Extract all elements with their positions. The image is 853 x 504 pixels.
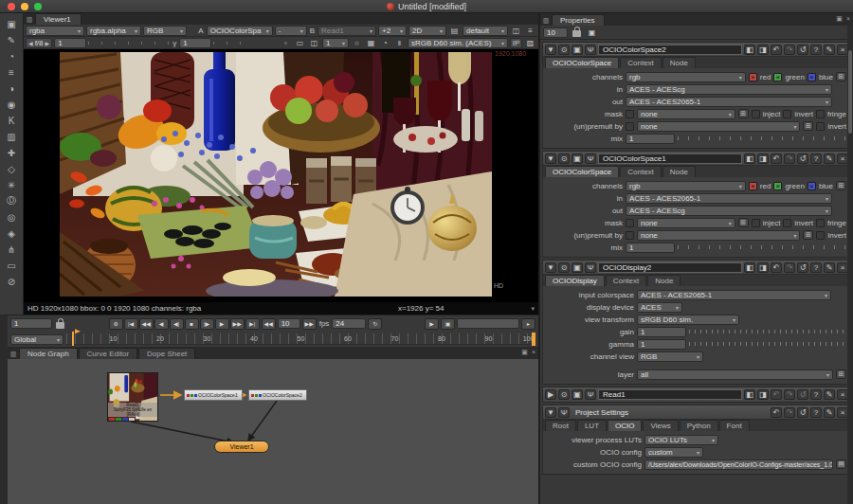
undo-icon[interactable]: ↶: [771, 45, 782, 55]
help-icon[interactable]: ?: [810, 153, 822, 164]
mask-select[interactable]: none: [637, 218, 735, 228]
revert-icon[interactable]: ↺: [797, 407, 808, 418]
inject-checkbox[interactable]: [752, 110, 760, 118]
b-buffer-select[interactable]: Read1: [318, 26, 376, 36]
other-icon[interactable]: ▭: [3, 258, 21, 273]
gamma-slider[interactable]: [689, 340, 846, 348]
goto-end-icon[interactable]: ▶|: [245, 318, 260, 330]
node-viewer1[interactable]: Viewer1: [214, 441, 269, 453]
wipe-tool-icon[interactable]: ▭: [294, 38, 306, 48]
pane-menu-icon[interactable]: ▥: [8, 350, 19, 359]
channel-mask-icon[interactable]: ◧: [744, 389, 755, 400]
undo-icon[interactable]: ↶: [771, 153, 782, 164]
help-icon[interactable]: ?: [810, 389, 822, 400]
channel-mask-icon[interactable]: ◧: [744, 153, 755, 164]
range-end-marker[interactable]: [532, 333, 535, 346]
lock-panels-icon[interactable]: [572, 30, 581, 37]
view-transform-select[interactable]: sRGB D60 sim.: [637, 315, 739, 325]
input-colorspace-select[interactable]: ACES - ACES2065-1: [637, 290, 831, 300]
center-node-icon[interactable]: ⊙: [558, 262, 570, 273]
lock-range-icon[interactable]: [56, 322, 64, 329]
gamma-field[interactable]: 1: [637, 339, 686, 350]
revert-icon[interactable]: ↺: [797, 262, 808, 273]
tab-node-graph[interactable]: Node Graph: [19, 348, 78, 359]
input-process-toggle[interactable]: IP: [510, 38, 522, 48]
float-pane-icon[interactable]: ▣: [521, 349, 528, 356]
channels-extra-icon[interactable]: ⊞: [836, 181, 846, 190]
undo-icon[interactable]: ↶: [771, 407, 782, 418]
frame-range-mode-select[interactable]: Global: [10, 334, 64, 345]
node-color-icon[interactable]: Ψ: [585, 153, 596, 164]
tab-lut[interactable]: LUT: [577, 420, 607, 431]
redo-icon[interactable]: ↷: [784, 389, 795, 400]
custom-ocio-config-field[interactable]: /Users/alex/Downloads/OpenColorIO-Config…: [644, 459, 833, 470]
viewer-process-luts-select[interactable]: OCIO LUTs: [644, 435, 718, 445]
red-checkbox[interactable]: [749, 182, 757, 190]
in-colorspace-select[interactable]: ACES - ACES2065-1: [626, 193, 832, 204]
channel-icon[interactable]: ≡: [3, 64, 21, 80]
checker-icon[interactable]: ▨: [524, 38, 536, 48]
frame-back-icon[interactable]: ◀◀: [262, 318, 276, 330]
manage-icon[interactable]: ▣: [572, 389, 583, 400]
loop-mode-icon[interactable]: ↻: [368, 318, 382, 330]
inject-checkbox[interactable]: [752, 219, 760, 227]
edit-icon[interactable]: ✎: [824, 45, 835, 55]
particles-icon[interactable]: ✳: [3, 177, 21, 192]
help-icon[interactable]: ?: [810, 262, 822, 273]
redo-icon[interactable]: ↷: [784, 407, 795, 418]
help-icon[interactable]: ?: [810, 45, 822, 55]
node-read1[interactable]: Read1 SonyF35.StillLife.ex [RAW]: [107, 372, 158, 422]
redo-icon[interactable]: ↷: [784, 45, 795, 55]
color-icon[interactable]: ◑: [3, 81, 21, 96]
node-color-icon[interactable]: Ψ: [585, 262, 596, 273]
redo-icon[interactable]: ↷: [784, 262, 795, 273]
transform-icon[interactable]: ✚: [3, 145, 21, 160]
tab-properties[interactable]: Properties: [552, 14, 605, 26]
default-lut-select[interactable]: default: [463, 26, 508, 36]
blue-checkbox[interactable]: [808, 182, 816, 190]
display-channels-select[interactable]: RGB: [143, 26, 187, 36]
close-pane-icon[interactable]: ×: [846, 15, 850, 23]
properties-scrollbar[interactable]: [847, 26, 853, 504]
node-color-icon[interactable]: Ψ: [585, 389, 596, 400]
node-color-icon[interactable]: Ψ: [585, 45, 596, 55]
blue-checkbox[interactable]: [808, 73, 816, 81]
tab-context[interactable]: Context: [620, 166, 662, 177]
viewer-canvas[interactable]: 1920,1080 HD: [24, 49, 538, 302]
keyer-icon[interactable]: K: [3, 113, 21, 128]
center-node-icon[interactable]: ⊙: [558, 45, 570, 55]
wipe-select[interactable]: -: [275, 26, 307, 36]
step-back-icon[interactable]: ◀|: [170, 318, 184, 330]
collapse-icon[interactable]: ▼: [545, 407, 556, 418]
gamma-field[interactable]: 1: [179, 38, 211, 48]
goto-start-icon[interactable]: |◀: [124, 318, 138, 330]
split-icon[interactable]: ◫: [510, 26, 522, 36]
premult-extra-icon[interactable]: ⊞: [803, 121, 813, 131]
a-buffer-select[interactable]: OCIOColorSpa: [207, 26, 273, 36]
mask-extra-icon[interactable]: ⊞: [738, 218, 749, 227]
channels-select[interactable]: rgb: [626, 181, 746, 191]
channels-select[interactable]: rgb: [626, 72, 746, 82]
redo-icon[interactable]: ↷: [784, 153, 795, 164]
pane-menu-icon[interactable]: ▥: [24, 15, 35, 25]
downrez-select[interactable]: 1: [322, 38, 349, 48]
channel-mask-icon[interactable]: ◧: [744, 45, 755, 55]
next-keyframe-icon[interactable]: ▶▶: [230, 318, 245, 330]
tab-root[interactable]: Root: [545, 420, 576, 431]
pause-icon[interactable]: ‖: [393, 38, 406, 48]
tab-python[interactable]: Python: [680, 420, 718, 431]
premult-checkbox[interactable]: [626, 231, 634, 240]
set-key-icon[interactable]: ◨: [757, 45, 769, 55]
roi-icon[interactable]: ▫: [280, 38, 292, 48]
current-frame-field[interactable]: 1: [10, 318, 52, 329]
mix-slider[interactable]: [678, 135, 846, 142]
info-caret-icon[interactable]: ▾: [531, 305, 535, 313]
tab-views[interactable]: Views: [643, 420, 678, 431]
gain-field[interactable]: 1: [637, 327, 686, 337]
clipboard-icon[interactable]: ▤: [448, 26, 461, 36]
set-key-icon[interactable]: ◨: [757, 153, 769, 164]
invert-mask-checkbox[interactable]: [783, 219, 791, 227]
red-checkbox[interactable]: [749, 73, 757, 81]
gain-field[interactable]: 1: [54, 38, 86, 48]
edit-icon[interactable]: ✎: [824, 389, 835, 400]
